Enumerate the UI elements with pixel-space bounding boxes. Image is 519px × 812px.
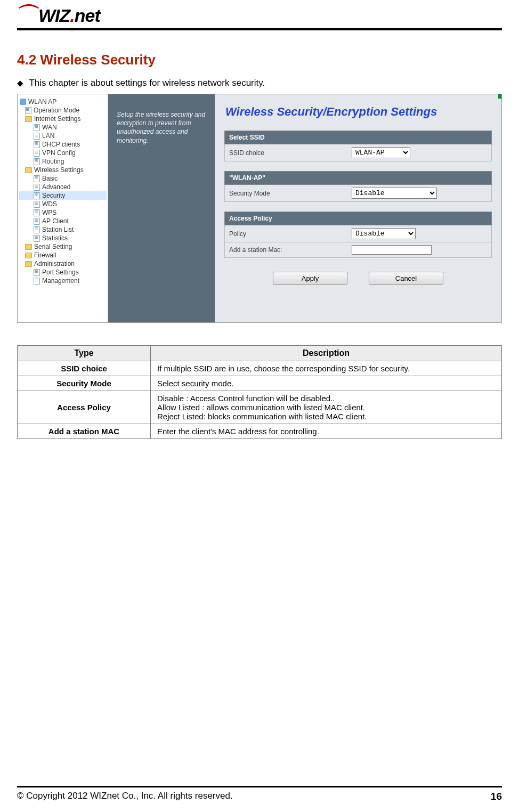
page-icon xyxy=(34,278,40,285)
tree-item[interactable]: Station List xyxy=(19,225,107,234)
tree-item[interactable]: Administration xyxy=(19,259,107,268)
section-head-select-ssid: Select SSID xyxy=(224,131,492,144)
table-head-type: Type xyxy=(18,346,151,361)
folder-icon xyxy=(25,167,32,173)
footer-rule xyxy=(17,786,502,787)
policy-select[interactable]: Disable xyxy=(352,228,416,239)
tree-item[interactable]: VPN Config xyxy=(19,149,107,157)
tree-item-label: Administration xyxy=(34,260,75,267)
description-line: Reject Listed: blocks communication with… xyxy=(157,412,495,421)
diamond-bullet-icon: ◆ xyxy=(17,78,23,87)
section-head-access-policy: Access Policy xyxy=(224,212,492,225)
tree-root[interactable]: WLAN AP xyxy=(19,98,107,106)
cancel-button[interactable]: Cancel xyxy=(369,272,443,285)
header-rule xyxy=(17,28,502,30)
folder-icon xyxy=(25,253,32,258)
tree-item[interactable]: Basic xyxy=(19,174,107,183)
tree-item-label: Station List xyxy=(42,226,74,233)
folder-icon xyxy=(25,116,32,122)
tree-item[interactable]: WAN xyxy=(19,123,107,132)
tree-item-label: AP Client xyxy=(42,217,69,225)
tree-item[interactable]: Port Settings xyxy=(19,268,107,277)
settings-panel: Wireless Security/Encryption Settings Se… xyxy=(215,94,501,322)
tree-item[interactable]: Internet Settings xyxy=(19,115,107,123)
tree-item[interactable]: Operation Mode xyxy=(19,106,107,115)
table-row: Security ModeSelect security mode. xyxy=(18,376,502,391)
section-intro: ◆ This chapter is about settings for wir… xyxy=(17,78,502,88)
logo-text-wiz: WIZ xyxy=(38,5,70,26)
tree-item-label: Wireless Settings xyxy=(34,166,84,174)
page-icon xyxy=(34,209,40,216)
page-icon xyxy=(34,158,40,165)
page-icon xyxy=(34,201,40,208)
logo-text-net: net xyxy=(75,5,100,26)
page-icon xyxy=(34,226,40,233)
tree-item[interactable]: LAN xyxy=(19,132,107,140)
tree-item[interactable]: DHCP clients xyxy=(19,140,107,149)
tree-item-label: DHCP clients xyxy=(42,141,80,148)
tree-item[interactable]: Security xyxy=(19,191,107,200)
tree-item-label: VPN Config xyxy=(42,149,76,157)
logo-dot-icon: . xyxy=(70,5,74,26)
tree-item[interactable]: AP Client xyxy=(19,217,107,225)
tree-item-label: Statistics xyxy=(42,234,68,242)
page-icon xyxy=(34,175,40,182)
tree-item[interactable]: Advanced xyxy=(19,183,107,191)
tree-item-label: WPS xyxy=(42,209,56,216)
row-add-station-mac: Add a station Mac: xyxy=(224,242,492,258)
section-heading: 4.2 Wireless Security xyxy=(17,52,502,68)
page-footer: © Copyright 2012 WIZnet Co., Inc. All ri… xyxy=(17,786,502,802)
tree-item-label: Security xyxy=(42,192,65,199)
description-table: Type Description SSID choiceIf multiple … xyxy=(17,345,502,439)
security-mode-label: Security Mode xyxy=(229,190,352,197)
add-station-mac-input[interactable] xyxy=(352,245,432,255)
folder-icon xyxy=(25,261,32,267)
page-icon xyxy=(34,124,40,131)
description-line: Disable : Access Control function will b… xyxy=(157,394,495,403)
tree-item[interactable]: WPS xyxy=(19,208,107,217)
tree-item-label: Basic xyxy=(42,175,58,182)
table-head-description: Description xyxy=(151,346,502,361)
table-cell-type: Add a station MAC xyxy=(18,424,151,439)
tree-item-label: Internet Settings xyxy=(34,115,80,123)
tree-item[interactable]: Firewall xyxy=(19,251,107,259)
page-icon xyxy=(34,133,40,140)
table-cell-description: Select security mode. xyxy=(151,376,502,391)
table-cell-type: Access Policy xyxy=(18,391,151,424)
description-line: Allow Listed : allows communication with… xyxy=(157,403,495,412)
description-line: Select security mode. xyxy=(157,379,495,388)
tree-item[interactable]: Routing xyxy=(19,157,107,166)
tree-root-label: WLAN AP xyxy=(28,98,56,105)
page-header: ⌒ WIZ.net xyxy=(17,0,502,30)
apply-button[interactable]: Apply xyxy=(273,272,347,285)
nav-tree[interactable]: WLAN APOperation ModeInternet SettingsWA… xyxy=(18,94,108,322)
table-cell-description: Disable : Access Control function will b… xyxy=(151,391,502,424)
screenshot-panel: WLAN APOperation ModeInternet SettingsWA… xyxy=(17,94,502,323)
folder-icon xyxy=(25,244,32,250)
section-intro-text: This chapter is about settings for wirel… xyxy=(29,78,265,88)
tree-item[interactable]: Management xyxy=(19,277,107,285)
logo-text: WIZ.net xyxy=(38,5,100,26)
page-icon xyxy=(34,184,40,191)
page-icon xyxy=(34,235,40,242)
page-icon xyxy=(34,192,40,199)
tree-item[interactable]: WDS xyxy=(19,200,107,208)
page-icon xyxy=(34,218,40,225)
section-head-wlan-ap: "WLAN-AP" xyxy=(224,171,492,185)
side-description: Setup the wireless security and encrypti… xyxy=(108,94,215,322)
tree-item-label: Firewall xyxy=(34,251,56,259)
tree-item[interactable]: Statistics xyxy=(19,234,107,242)
ssid-choice-label: SSID choice xyxy=(229,149,352,157)
tree-item[interactable]: Serial Setting xyxy=(19,242,107,251)
tree-item-label: LAN xyxy=(42,132,54,140)
policy-label: Policy xyxy=(229,230,352,238)
tree-item-label: WDS xyxy=(42,200,57,208)
page-icon xyxy=(34,141,40,148)
security-mode-select[interactable]: Disable xyxy=(352,188,437,199)
tree-item[interactable]: Wireless Settings xyxy=(19,166,107,174)
ssid-choice-select[interactable]: WLAN-AP xyxy=(352,147,410,158)
tree-item-label: Port Settings xyxy=(42,269,79,276)
tree-item-label: Routing xyxy=(42,158,64,165)
footer-copyright: © Copyright 2012 WIZnet Co., Inc. All ri… xyxy=(17,791,233,802)
table-row: Add a station MACEnter the client's MAC … xyxy=(18,424,502,439)
